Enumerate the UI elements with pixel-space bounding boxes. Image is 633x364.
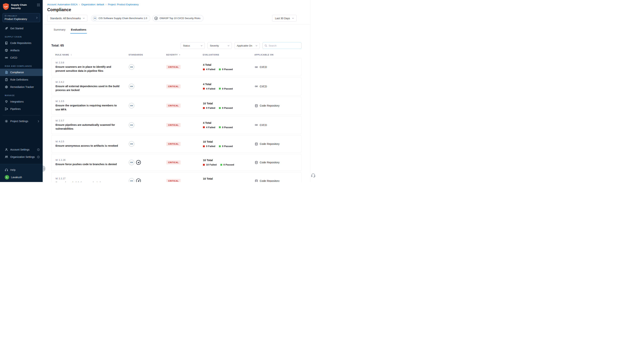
- sidebar-item-rule-definitions[interactable]: Rule Definitions: [0, 76, 43, 83]
- rule-cell: Id: 2.3.8 Ensure scanners are in place t…: [56, 61, 129, 73]
- rule-name[interactable]: Ensure scanners are in place to identify…: [56, 65, 121, 73]
- sidebar-item-artifacts[interactable]: Artifacts: [0, 47, 43, 54]
- rule-cell: Id: 1.1.16 Ensure force pushes code to b…: [56, 158, 129, 166]
- standards-chip-owasp[interactable]: OWASP Top 10 CI/CD Security Risks: [152, 15, 204, 22]
- failed-group: 0 Failed: [203, 145, 215, 148]
- tab-evaluations[interactable]: Evaluations: [70, 28, 87, 34]
- passed-count: 0 Passed: [224, 182, 234, 182]
- total-count-label: Total: 65: [51, 44, 64, 48]
- user-menu[interactable]: L Lavakush: [0, 174, 43, 180]
- total-count: 10 Total: [203, 102, 254, 105]
- page-title: Compliance: [47, 7, 296, 12]
- applicable-on-label: CI/CD: [260, 66, 267, 68]
- app-title: Supply Chain Security: [11, 3, 27, 10]
- help-widget-button[interactable]: [311, 173, 316, 178]
- sidebar-item-label: Compliance: [10, 71, 40, 74]
- headset-icon: [5, 168, 8, 172]
- sidebar-item-label: Pipelines: [10, 108, 40, 110]
- sidebar-item-compliance[interactable]: Compliance: [0, 69, 43, 76]
- applicable-on-filter-dropdown[interactable]: Applicable On: [234, 42, 260, 49]
- rule-name[interactable]: Ensure branch deletions are denied: [56, 181, 121, 182]
- table-row[interactable]: Id: 2.3.8 Ensure scanners are in place t…: [51, 58, 302, 76]
- applicable-on-cell: Code Repository: [254, 142, 301, 146]
- evaluations-cell: 10 Total 0 Failed 0 Passed: [203, 140, 254, 148]
- rule-name[interactable]: Ensure anonymous access to artifacts is …: [56, 144, 121, 148]
- column-rule-name[interactable]: RULE NAME: [55, 54, 128, 56]
- breadcrumb: Account: Automation-SSCA › Organization:…: [47, 3, 296, 6]
- cis-standard-icon: CIS: [129, 160, 134, 165]
- info-icon[interactable]: [37, 156, 40, 158]
- main-content: Account: Automation-SSCA › Organization:…: [43, 0, 316, 182]
- chevron-right-icon: [36, 16, 38, 19]
- evaluations-cell: 4 Total 4 Failed 0 Passed: [203, 122, 254, 129]
- table-row[interactable]: Id: 2.4.2 Ensure all external dependenci…: [51, 78, 302, 96]
- sidebar-item-project-settings[interactable]: Project Settings: [0, 118, 43, 125]
- column-severity[interactable]: SEVERITY: [166, 54, 203, 56]
- severity-filter-dropdown[interactable]: Severity: [208, 42, 232, 49]
- table-row[interactable]: Id: 4.2.5 Ensure anonymous access to art…: [51, 135, 302, 152]
- rule-name[interactable]: Ensure pipelines are automatically scann…: [56, 123, 121, 131]
- cicd-icon: [5, 56, 8, 59]
- rule-cell: Id: 2.3.7 Ensure pipelines are automatic…: [56, 119, 129, 131]
- breadcrumb-organization-link[interactable]: Organization: default: [81, 3, 104, 6]
- table-row[interactable]: Id: 1.3.5 Ensure the organization is req…: [51, 97, 302, 115]
- sidebar-item-remediation-tracker[interactable]: Remediation Tracker: [0, 83, 43, 91]
- sort-icon[interactable]: [70, 54, 72, 56]
- table-header: RULE NAME STANDARDS SEVERITY EVALUATIONS…: [51, 54, 302, 56]
- cis-standard-icon: CIS: [129, 84, 134, 89]
- passed-count: 0 Passed: [222, 106, 233, 109]
- rule-name[interactable]: Ensure force pushes code to branches is …: [56, 162, 121, 166]
- status-filter-dropdown[interactable]: Status: [180, 42, 205, 49]
- table-row[interactable]: Id: 1.1.16 Ensure force pushes code to b…: [51, 154, 302, 171]
- compliance-icon: [5, 71, 8, 74]
- rule-name[interactable]: Ensure the organization is requiring mem…: [56, 104, 121, 112]
- info-icon[interactable]: [37, 148, 40, 151]
- sidebar-item-integrations[interactable]: Integrations: [0, 98, 43, 105]
- section-title-risk-compliance: RISK AND COMPLIANCE: [0, 61, 43, 69]
- breadcrumb-project-link[interactable]: Project: Product Exploratory: [108, 3, 139, 6]
- column-evaluations: EVALUATIONS: [203, 54, 254, 56]
- sidebar-item-help[interactable]: Help: [0, 166, 43, 174]
- rule-cell: Id: 4.2.5 Ensure anonymous access to art…: [56, 140, 129, 148]
- sidebar-item-account-settings[interactable]: Account Settings: [0, 146, 43, 153]
- standards-chip-cis[interactable]: CIS CIS Software Supply Chain Benchmarks…: [91, 15, 150, 22]
- passed-count: 0 Passed: [222, 87, 233, 90]
- module-switcher-icon[interactable]: [37, 3, 40, 6]
- time-range-dropdown[interactable]: Last 30 Days: [272, 15, 296, 22]
- sidebar-item-code-repositories[interactable]: Code Repositories: [0, 39, 43, 47]
- column-label: STANDARDS: [128, 54, 143, 56]
- table-row[interactable]: Id: 1.1.17 Ensure branch deletions are d…: [51, 172, 302, 182]
- sidebar-item-cicd[interactable]: CI/CD: [0, 54, 43, 61]
- column-label: APPLICABLE ON: [254, 54, 274, 56]
- project-selector[interactable]: PROJECT Product Exploratory: [2, 13, 40, 22]
- applicable-on-cell: CI/CD: [254, 65, 301, 69]
- sort-desc-icon[interactable]: [178, 54, 181, 56]
- rule-name[interactable]: Ensure all external dependencies used in…: [56, 84, 121, 92]
- project-label: PROJECT: [8, 15, 17, 17]
- sidebar-item-organization-settings[interactable]: Organization Settings: [0, 153, 43, 160]
- failed-count: 0 Failed: [206, 145, 215, 148]
- severity-cell: CRITICAL: [166, 142, 203, 146]
- standards-dropdown[interactable]: Standards: All Benchmarks: [47, 15, 87, 22]
- sidebar-item-label: Remediation Tracker: [10, 86, 40, 88]
- failed-group: 0 Failed: [203, 106, 215, 109]
- dropdown-label: Status: [183, 44, 190, 47]
- failed-square-icon: [203, 126, 205, 128]
- code-repository-icon: [254, 104, 258, 108]
- sidebar-item-pipelines[interactable]: Pipelines: [0, 105, 43, 112]
- table-row[interactable]: Id: 2.3.7 Ensure pipelines are automatic…: [51, 116, 302, 134]
- sidebar-item-label: Rule Definitions: [10, 78, 40, 81]
- severity-badge: CRITICAL: [166, 84, 180, 88]
- owasp-standard-icon: [136, 160, 141, 165]
- breadcrumb-account-link[interactable]: Account: Automation-SSCA: [47, 3, 78, 6]
- column-label: SEVERITY: [166, 54, 178, 56]
- failed-square-icon: [203, 164, 205, 166]
- dropdown-label: Severity: [210, 44, 219, 47]
- sidebar-item-get-started[interactable]: Get Started: [0, 25, 43, 32]
- search-input[interactable]: [269, 44, 300, 47]
- tab-summary[interactable]: Summary: [53, 28, 66, 34]
- column-label: EVALUATIONS: [203, 54, 219, 56]
- artifacts-icon: [5, 49, 8, 52]
- organization-settings-icon: [5, 155, 8, 158]
- code-repository-icon: [254, 161, 258, 164]
